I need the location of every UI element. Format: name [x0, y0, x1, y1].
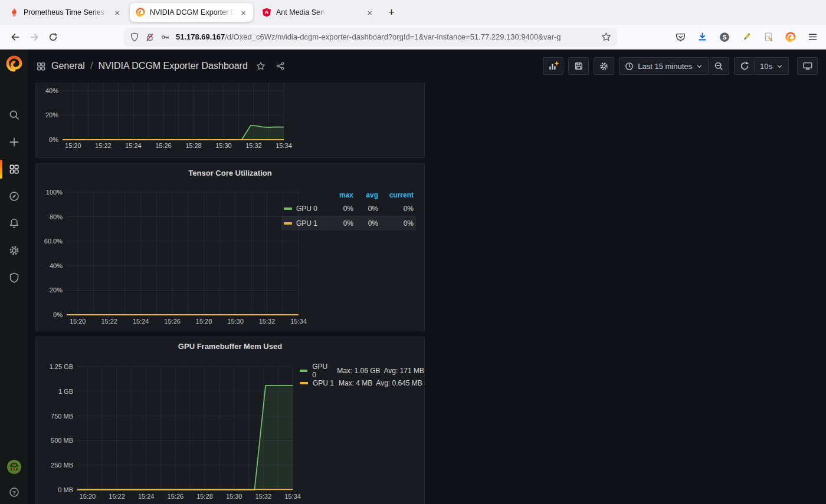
x-axis-tick-label: 15:24 — [133, 318, 149, 325]
timeseries-chart: 0%20%40%15:2015:2215:2415:2615:2815:3015… — [36, 83, 424, 157]
zoom-out-icon — [714, 61, 723, 71]
legend-header[interactable]: avg — [353, 191, 378, 199]
y-axis-tick-label: 20% — [50, 286, 63, 294]
timeseries-chart: 0 MB250 MB500 MB750 MB1 GB1.25 GB15:2015… — [36, 337, 424, 504]
grafana-icon — [136, 8, 145, 17]
sidebar-item-dashboards[interactable] — [0, 156, 28, 183]
key-icon[interactable] — [160, 32, 170, 42]
dashboard-scroll-area[interactable]: 0%20%40%15:2015:2215:2415:2615:2815:3015… — [28, 83, 826, 504]
grafana-logo[interactable] — [6, 55, 22, 74]
page-notes-extension-icon[interactable] — [763, 32, 773, 42]
share-icon[interactable] — [276, 61, 285, 71]
save-dashboard-button[interactable] — [568, 57, 589, 75]
add-panel-icon — [548, 61, 559, 72]
search-icon — [8, 109, 20, 121]
sidebar-item-server-admin[interactable] — [0, 264, 28, 291]
back-button[interactable] — [6, 28, 25, 46]
series-area-gpu-0 — [63, 126, 284, 140]
s-extension-icon[interactable]: S — [719, 32, 730, 42]
kiosk-mode-button[interactable] — [797, 57, 818, 75]
gear-icon — [8, 245, 20, 256]
grafana-app: ? General / NVIDIA DCGM Exporter Dashboa… — [0, 50, 826, 504]
tab-title: NVIDIA DCGM Exporter Dashbo — [150, 8, 234, 17]
tab-ant-media-server[interactable]: A Ant Media Server × — [256, 3, 379, 22]
close-icon[interactable]: × — [112, 7, 122, 18]
legend-row: GPU 00%0%0% — [281, 201, 416, 216]
menu-icon[interactable] — [808, 32, 818, 42]
refresh-interval-picker[interactable]: 10s — [755, 57, 789, 75]
refresh-button[interactable] — [734, 57, 755, 75]
tab-grafana-dashboard[interactable]: NVIDIA DCGM Exporter Dashbo × — [130, 3, 253, 22]
user-avatar[interactable] — [0, 453, 28, 480]
breadcrumb-folder[interactable]: General — [51, 61, 85, 71]
tracking-shield-icon[interactable] — [130, 32, 139, 42]
legend-item[interactable]: GPU 0Max: 1.06 GB Avg: 171 MB — [300, 364, 424, 377]
panel-title[interactable]: Tensor Core Utilization — [36, 169, 424, 177]
tab-prometheus[interactable]: Prometheus Time Series Collect × — [4, 3, 127, 22]
legend-series-name: GPU 0 — [312, 363, 332, 379]
time-range-picker[interactable]: Last 15 minutes — [619, 57, 709, 75]
legend-value: 0% — [378, 205, 414, 213]
add-panel-button[interactable] — [543, 57, 563, 75]
forward-button[interactable] — [25, 28, 44, 46]
series-color-swatch — [284, 207, 292, 210]
pencil-extension-icon[interactable] — [742, 32, 752, 42]
sidebar-item-explore[interactable] — [0, 183, 28, 210]
sidebar-item-search[interactable] — [0, 101, 28, 129]
browser-nav-bar: 51.178.69.167/d/Oxed_c6Wz/nvidia-dcgm-ex… — [0, 25, 826, 50]
series-color-swatch — [284, 222, 292, 225]
legend-list: GPU 0Max: 1.06 GB Avg: 171 MBGPU 1Max: 4… — [300, 364, 424, 389]
refresh-icon — [740, 61, 749, 71]
save-icon — [574, 61, 584, 71]
reload-icon — [48, 32, 58, 42]
sidebar-item-alerting[interactable] — [0, 210, 28, 237]
sidebar-item-create[interactable] — [0, 129, 28, 156]
pocket-icon[interactable] — [676, 32, 686, 42]
chevron-down-icon — [776, 63, 783, 70]
panel-gpu-utilization-partial[interactable]: 0%20%40%15:2015:2215:2415:2615:2815:3015… — [35, 83, 425, 158]
insecure-lock-icon[interactable] — [145, 32, 155, 42]
panel-tensor-core-utilization[interactable]: Tensor Core Utilization 0%20%40%60.0%80%… — [35, 163, 425, 331]
x-axis-tick-label: 15:32 — [245, 142, 262, 149]
refresh-interval-label: 10s — [760, 62, 772, 71]
sidebar-item-help[interactable]: ? — [0, 480, 28, 504]
legend-item[interactable]: GPU 1Max: 4 MB Avg: 0.645 MB — [300, 377, 424, 389]
apps-grid-icon[interactable] — [36, 61, 46, 71]
download-icon[interactable] — [697, 32, 707, 42]
y-axis-tick-label: 20% — [45, 111, 58, 118]
x-axis-tick-label: 15:22 — [101, 318, 117, 325]
legend-header[interactable]: current — [378, 191, 414, 199]
monitor-icon — [802, 61, 813, 71]
legend-series-name: GPU 1 — [313, 379, 334, 387]
legend-series-name[interactable]: GPU 1 — [284, 219, 329, 228]
dashboard-settings-button[interactable] — [594, 57, 614, 75]
close-icon[interactable]: × — [238, 7, 248, 18]
favorite-star-icon[interactable] — [256, 61, 266, 71]
x-axis-tick-label: 15:22 — [95, 142, 112, 149]
legend-series-name[interactable]: GPU 0 — [284, 205, 329, 213]
grafana-extension-icon[interactable] — [785, 32, 796, 42]
new-tab-button[interactable]: + — [382, 5, 401, 20]
y-axis-tick-label: 0% — [53, 311, 63, 318]
x-axis-tick-label: 15:32 — [259, 318, 276, 325]
zoom-out-time-button[interactable] — [709, 57, 729, 75]
y-axis-tick-label: 100% — [46, 189, 63, 196]
panel-title[interactable]: GPU Framebuffer Mem Used — [36, 342, 424, 351]
legend-header[interactable]: max — [329, 191, 353, 199]
y-axis-tick-label: 1 GB — [58, 388, 73, 395]
bookmark-star-icon[interactable] — [601, 32, 611, 42]
help-icon: ? — [8, 486, 20, 498]
sidebar-item-configuration[interactable] — [0, 237, 28, 264]
x-axis-tick-label: 15:22 — [109, 493, 125, 500]
back-icon — [11, 32, 20, 42]
x-axis-tick-label: 15:28 — [185, 142, 202, 149]
y-axis-tick-label: 500 MB — [51, 437, 73, 444]
url-bar[interactable]: 51.178.69.167/d/Oxed_c6Wz/nvidia-dcgm-ex… — [124, 28, 617, 47]
svg-text:S: S — [723, 34, 727, 40]
x-axis-tick-label: 15:30 — [227, 318, 244, 325]
close-icon[interactable]: × — [365, 7, 375, 18]
reload-button[interactable] — [44, 28, 63, 46]
gear-icon — [599, 61, 609, 71]
x-axis-tick-label: 15:30 — [226, 493, 242, 500]
panel-gpu-framebuffer-mem-used[interactable]: GPU Framebuffer Mem Used 0 MB250 MB500 M… — [35, 337, 425, 504]
